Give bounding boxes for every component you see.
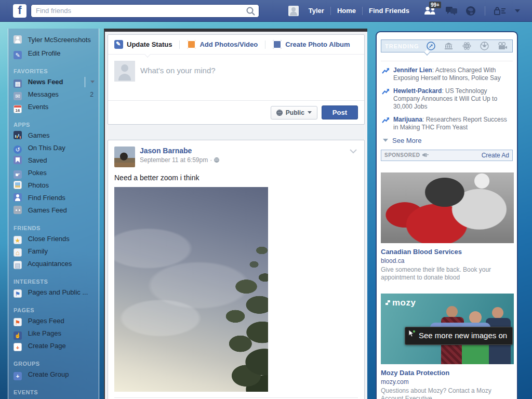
sponsored-label: SPONSORED [381,152,422,158]
divider [179,41,180,49]
news-feed-options-caret-icon[interactable] [90,81,95,83]
sidebar-profile[interactable]: Tyler McScreenshots [8,33,99,47]
post-options-chevron-icon[interactable] [350,147,357,156]
sidebar-item-news-feed[interactable]: ▤ News Feed [8,76,99,88]
messages-count: 2 [90,88,94,101]
privacy-shortcuts-icon[interactable] [494,6,507,16]
see-more-link[interactable]: See More [383,137,513,144]
privacy-label: Public [286,109,304,116]
sidebar-item-label: Games Feed [28,206,67,214]
nav-profile-link[interactable]: Tyler [302,7,330,15]
sidebar-item-saved[interactable]: Saved [8,154,99,167]
post-photo[interactable] [114,187,268,392]
tab-update-status[interactable]: Update Status [114,40,172,49]
sponsored-ad-mozy: mozy See more new images on [381,294,513,399]
facebook-logo[interactable]: f [13,4,26,18]
nav-home-link[interactable]: Home [331,7,362,15]
feed-post: Jason Barnabe September 11 at 6:59pm · N… [108,140,365,399]
hover-tooltip: See more new images on [405,327,513,345]
sidebar-item-label: On This Day [28,144,65,152]
friend-requests-icon[interactable]: 99+ [424,6,437,16]
sidebar-item-create-event[interactable]: + Create Event [8,397,99,399]
post-timestamp[interactable]: September 11 at 6:59pm · [140,156,219,164]
sidebar-item-events[interactable]: 16 Events [8,101,99,113]
post-author-block: Jason Barnabe September 11 at 6:59pm · [140,147,219,167]
trend-arrow-icon [382,68,390,74]
ad-title[interactable]: Mozy Data Protection [381,369,513,377]
account-menu-caret-icon[interactable] [514,6,521,16]
trending-sports-tab[interactable] [480,42,489,50]
calendar-icon: 16 [14,105,22,113]
sidebar-item-games-feed[interactable]: Games Feed [8,204,99,217]
trend-arrow-icon [382,88,390,95]
trending-politics-tab[interactable] [444,42,453,50]
privacy-selector-button[interactable]: Public [271,106,317,119]
chevron-down-icon [308,111,312,114]
trending-entertainment-tab[interactable] [498,42,508,50]
trending-science-tab[interactable] [462,42,471,50]
composer-avatar[interactable] [114,61,135,82]
bookmark-icon [14,156,22,164]
sidebar-item-label: Close Friends [28,235,70,243]
star-icon: ★ [14,236,22,244]
search-input[interactable] [31,4,259,18]
trending-text: Jennifer Lien: Actress Charged With Expo… [393,66,512,83]
sidebar-header-pages: PAGES [8,305,99,315]
sidebar-item-pokes[interactable]: ☛ Pokes [8,167,99,179]
sidebar-item-create-page[interactable]: + Create Page [8,340,99,352]
sidebar-item-acquaintances[interactable]: ▤ Acquaintances [8,258,99,270]
sidebar-item-games[interactable]: Games [8,129,99,142]
nav-profile-avatar[interactable] [288,6,299,16]
person-head [469,311,482,324]
sidebar-item-edit-profile[interactable]: ✎ Edit Profile [8,47,99,60]
post-author-name[interactable]: Jason Barnabe [140,147,219,155]
sidebar-item-close-friends[interactable]: ★ Close Friends [8,233,99,245]
ad-image-blood-services[interactable] [381,172,514,243]
trending-text: Marijuana: Researchers Report Success in… [393,116,512,132]
megaphone-icon [422,152,429,158]
sidebar-item-messages[interactable]: ✉ Messages 2 [8,88,99,101]
clock-icon: ↺ [14,145,22,154]
sidebar-item-family[interactable]: ⌂ Family [8,245,99,258]
sidebar-item-create-group[interactable]: + Create Group [8,368,99,381]
notifications-globe-icon[interactable] [466,6,476,16]
sidebar-item-pages-feed[interactable]: ⚑ Pages Feed [8,315,99,327]
orange-flag-icon: ⚑ [14,318,22,326]
messenger-icon[interactable] [445,6,458,16]
trending-top-tab[interactable] [427,42,435,50]
status-input[interactable]: What's on your mind? [140,61,358,94]
see-more-label: See More [392,137,421,144]
poke-hand-icon: ☛ [14,170,22,179]
create-ad-link[interactable]: Create Ad [482,152,512,159]
sidebar-item-label: Like Pages [28,329,61,337]
trending-topic[interactable]: Jennifer Lien [393,66,432,74]
sidebar-item-pages-public[interactable]: ⚑ Pages and Public ... [8,286,99,299]
mozy-logo: mozy [385,298,416,308]
person-head [492,307,503,318]
dot-separator: · [210,156,212,164]
nav-find-friends-link[interactable]: Find Friends [363,7,416,15]
sponsored-ad-blood: Canadian Blood Services blood.ca Give so… [381,172,513,282]
sidebar-header-interests: INTERESTS [8,277,99,286]
sidebar-item-find-friends[interactable]: Find Friends [8,192,99,204]
status-composer: Update Status Add Photos/Video Create Ph… [108,34,365,125]
trending-item[interactable]: Hewlett-Packard: US Technology Company A… [381,87,513,111]
ad-image-mozy[interactable]: mozy See more new images on [381,294,514,364]
sidebar-item-photos[interactable]: Photos [8,179,99,192]
trending-topic[interactable]: Hewlett-Packard [393,87,442,95]
person-icon [14,193,22,202]
tab-add-photos-video[interactable]: Add Photos/Video [187,40,258,49]
sidebar-item-on-this-day[interactable]: ↺ On This Day [8,142,99,154]
ad-title[interactable]: Canadian Blood Services [381,248,513,256]
trending-topic[interactable]: Marijuana [393,116,422,123]
tab-create-photo-album[interactable]: Create Photo Album [273,40,350,49]
sidebar-item-like-pages[interactable]: ☝ Like Pages [8,327,99,340]
trending-item[interactable]: Jennifer Lien: Actress Charged With Expo… [381,66,513,83]
post-author-avatar[interactable] [114,147,135,167]
sidebar-header-friends: FRIENDS [8,223,99,233]
search-icon[interactable] [246,6,256,16]
plus-icon: + [14,343,22,351]
post-button[interactable]: Post [322,105,358,119]
trending-item[interactable]: Marijuana: Researchers Report Success in… [381,116,513,132]
sidebar-item-label: Pokes [28,169,47,177]
